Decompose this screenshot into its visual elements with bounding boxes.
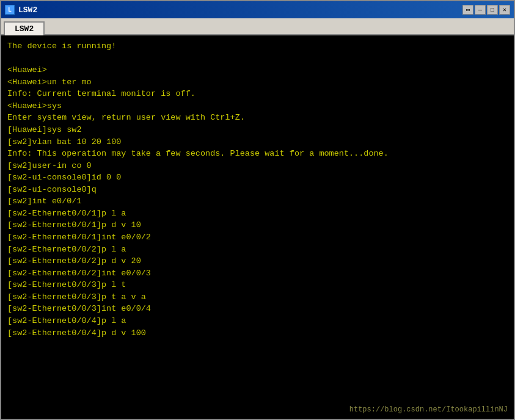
title-bar-left: L LSW2	[5, 5, 37, 15]
maximize-button[interactable]: □	[487, 5, 498, 15]
window-icon: L	[5, 5, 15, 15]
title-bar: L LSW2 ▭ — □ ✕	[1, 1, 514, 18]
close-button[interactable]: ✕	[499, 5, 510, 15]
watermark: https://blog.csdn.net/ItookapillinNJ	[349, 405, 508, 414]
terminal-content: The device is running! <Huawei> <Huawei>…	[7, 40, 508, 339]
terminal-area: The device is running! <Huawei> <Huawei>…	[1, 35, 514, 419]
main-window: L LSW2 ▭ — □ ✕ LSW2 The device is runnin…	[0, 0, 515, 420]
tab-bar: LSW2	[1, 18, 514, 35]
tab-lsw2[interactable]: LSW2	[4, 21, 45, 35]
restore-button[interactable]: ▭	[462, 5, 473, 15]
minimize-button[interactable]: —	[475, 5, 486, 15]
title-bar-controls: ▭ — □ ✕	[462, 5, 510, 15]
window-title: LSW2	[18, 5, 37, 15]
